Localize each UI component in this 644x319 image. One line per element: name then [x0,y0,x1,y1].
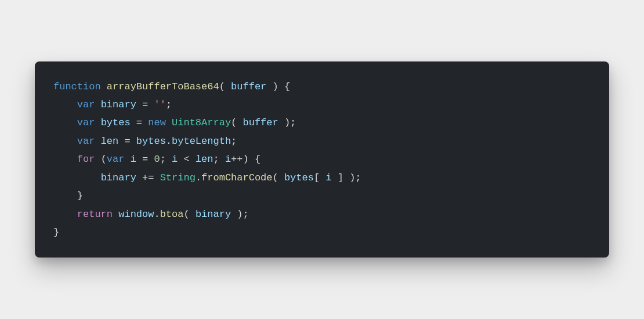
keyword-for: for [77,154,95,165]
object: bytes [136,136,166,147]
operator: < [183,154,189,165]
object: window [118,209,154,220]
method: btoa [160,209,184,220]
code-line-4: var len = bytes.byteLength; [53,132,591,150]
indent [53,172,101,183]
semicolon: ; [160,154,172,165]
code-line-3: var bytes = new Uint8Array( buffer ); [53,114,591,132]
var-name: binary [101,99,136,110]
paren-close: ); [278,117,296,128]
keyword-var: var [77,99,95,110]
code-line-5: for (var i = 0; i < len; i++) { [53,150,591,168]
keyword-var: var [77,136,95,147]
keyword-return: return [77,209,113,220]
space [178,154,183,165]
code-line-9: } [53,223,591,241]
semicolon: ; [231,136,237,147]
number: 0 [154,154,160,165]
keyword-new: new [148,117,166,128]
code-line-7: } [53,187,591,205]
keyword-var: var [107,154,125,165]
code-line-2: var binary = ''; [53,96,591,114]
property: byteLength [172,136,231,147]
space [131,136,136,147]
var-name: i [131,154,136,165]
keyword-function: function [53,81,101,92]
var-name: len [101,136,119,147]
space [136,99,142,110]
paren-open: ( [231,117,243,128]
space [142,117,148,128]
space [95,117,100,128]
index: i [325,172,331,183]
indent [53,99,77,110]
space [95,99,100,110]
string-literal: '' [154,99,165,110]
space [101,81,107,92]
keyword-var: var [77,117,95,128]
semicolon: ; [166,99,172,110]
indent [53,117,77,128]
param: buffer [243,117,278,128]
space [118,136,124,147]
space [95,154,100,165]
operator: = [136,117,142,128]
param: binary [196,209,231,220]
type-name: Uint8Array [172,117,231,128]
bracket-open: [ [314,172,325,183]
space [131,117,136,128]
bracket-close: ] ); [332,172,361,183]
space [136,154,142,165]
var-name: binary [101,172,136,183]
dot: . [196,172,201,183]
brace-close: } [53,227,59,238]
space [113,209,118,220]
var-name: bytes [101,117,131,128]
code-line-6: binary += String.fromCharCode( bytes[ i … [53,169,591,187]
operator: = [142,154,148,165]
param: buffer [231,81,266,92]
space [124,154,130,165]
space [136,172,142,183]
space [190,154,196,165]
operator: += [142,172,154,183]
paren-open: ( [101,154,107,165]
space [148,99,154,110]
dot: . [154,209,160,220]
space [95,136,100,147]
paren-open: ( [219,81,231,92]
dot: . [166,136,172,147]
code-line-1: function arrayBufferToBase64( buffer ) { [53,78,591,96]
space [148,154,154,165]
paren-close: ) { [243,154,261,165]
function-name: arrayBufferToBase64 [107,81,219,92]
indent [53,209,77,220]
operator: = [142,99,148,110]
indent [53,136,77,147]
space [166,117,172,128]
var-name: i [172,154,178,165]
indent [53,154,77,165]
code-block: function arrayBufferToBase64( buffer ) {… [35,61,609,258]
code-line-8: return window.btoa( binary ); [53,205,591,223]
indent [53,190,77,201]
object: bytes [284,172,314,183]
var-name: len [196,154,214,165]
brace-close: } [77,190,83,201]
paren-open: ( [273,172,284,183]
paren-open: ( [183,209,195,220]
paren-close: ) { [266,81,290,92]
space [154,172,160,183]
var-name: i [225,154,231,165]
operator: ++ [231,154,243,165]
paren-close: ); [231,209,249,220]
semicolon: ; [213,154,225,165]
operator: = [124,136,130,147]
method: fromCharCode [201,172,272,183]
type-name: String [160,172,196,183]
